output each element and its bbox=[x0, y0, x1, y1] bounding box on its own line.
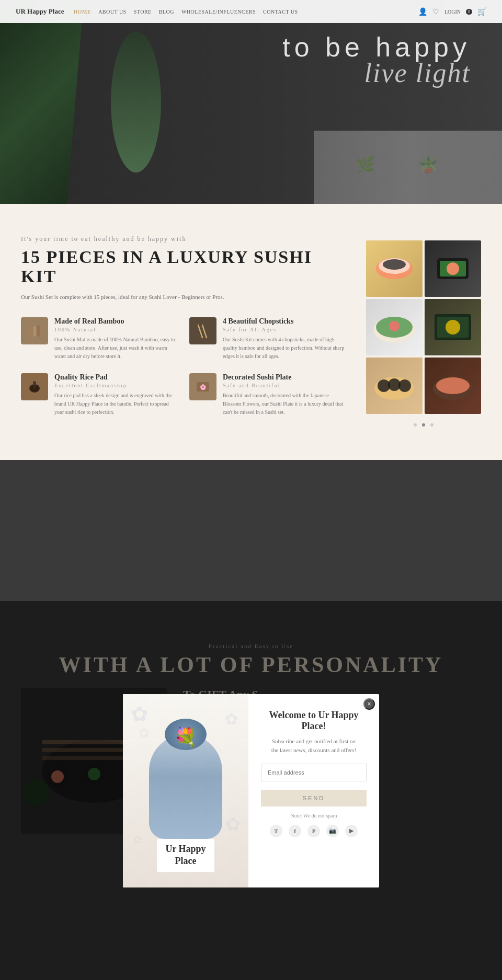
feature-rice-pad-badge: Excellent Craftmanship bbox=[54, 383, 177, 388]
feature-bamboo-icon bbox=[21, 317, 48, 344]
hero-bottom-images: 🌿 🪴 bbox=[314, 131, 502, 204]
svg-point-24 bbox=[446, 320, 460, 335]
dot-3[interactable] bbox=[430, 423, 433, 426]
login-button[interactable]: LOGIN bbox=[444, 9, 461, 15]
modal-person-image: 💐 bbox=[149, 734, 222, 839]
feature-bamboo: Made of Real Bamboo 100% Natural Our Sus… bbox=[21, 317, 177, 361]
twitter-icon[interactable]: T bbox=[270, 825, 282, 837]
newsletter-modal: × ✿ ✿ ✿ ✿ ✿ 💐 Ur Happy Place Welcome to … bbox=[123, 694, 379, 887]
svg-text:🌸: 🌸 bbox=[200, 384, 207, 390]
email-input[interactable] bbox=[261, 764, 367, 781]
sushi-kit-section: It's your time to eat healthy and be hap… bbox=[0, 204, 502, 460]
svg-rect-0 bbox=[314, 131, 502, 204]
svg-point-18 bbox=[447, 262, 459, 275]
nav-links: HOME ABOUT US STORE BLOG WHOLESALE/INFLU… bbox=[73, 9, 418, 15]
svg-point-21 bbox=[389, 321, 400, 331]
nav-link-contact[interactable]: CONTACT US bbox=[263, 9, 298, 15]
svg-text:🌿: 🌿 bbox=[356, 155, 375, 174]
nav-icons: 👤 ♡ LOGIN 0 🛒 bbox=[418, 7, 486, 16]
hero-section: to be happy live light 🌿 🪴 bbox=[0, 0, 502, 204]
dark-section bbox=[0, 460, 502, 617]
hero-text-block: to be happy live light bbox=[282, 31, 471, 88]
modal-brand-line2: Place bbox=[165, 855, 206, 867]
feature-rice-pad-desc: Our rice pad has a sleek design and is e… bbox=[54, 391, 177, 417]
sushi-image-2 bbox=[425, 240, 481, 297]
modal-brand-box: Ur Happy Place bbox=[157, 839, 214, 872]
modal-social-icons: T f P 📷 ▶ bbox=[261, 825, 367, 837]
modal-right-panel: Welcome to Ur Happy Place! Subscribe and… bbox=[248, 694, 379, 887]
sushi-image-1 bbox=[366, 240, 423, 297]
send-button[interactable]: SEND bbox=[261, 790, 367, 806]
wishlist-icon[interactable]: ♡ bbox=[432, 7, 439, 16]
feature-bamboo-desc: Our Sushi Mat is made of 100% Natural Ba… bbox=[54, 336, 177, 361]
sushi-image-4 bbox=[425, 299, 481, 355]
feature-rice-pad: Quality Rice Pad Excellent Craftmanship … bbox=[21, 373, 177, 417]
modal-title: Welcome to Ur Happy Place! bbox=[261, 710, 367, 732]
dot-2[interactable] bbox=[422, 423, 425, 426]
cart-badge[interactable]: 0 bbox=[466, 9, 472, 15]
nav-link-home[interactable]: HOME bbox=[73, 9, 91, 15]
feature-sushi-plate-desc: Beautiful and smooth, decorated with the… bbox=[223, 391, 345, 417]
feature-chopsticks-icon bbox=[189, 317, 216, 344]
nav-link-wholesale[interactable]: WHOLESALE/INFLUENCERS bbox=[181, 9, 256, 15]
svg-point-30 bbox=[436, 377, 470, 394]
feature-sushi-plate-title: Decorated Sushi Plate bbox=[223, 373, 345, 382]
sushi-kit-title: 15 PIECES IN A LUXURY SUSHI KIT bbox=[21, 247, 345, 286]
dot-1[interactable] bbox=[414, 423, 417, 426]
svg-rect-4 bbox=[33, 326, 36, 337]
svg-line-7 bbox=[202, 325, 207, 338]
sushi-image-5 bbox=[366, 358, 423, 414]
sushi-kit-images bbox=[366, 240, 481, 429]
sushi-image-6 bbox=[425, 358, 481, 414]
feature-chopsticks-title: 4 Beautiful Chopsticks bbox=[223, 317, 345, 326]
pinterest-icon[interactable]: P bbox=[307, 825, 320, 837]
features-grid: Made of Real Bamboo 100% Natural Our Sus… bbox=[21, 317, 345, 417]
svg-rect-3 bbox=[29, 324, 32, 338]
feature-bamboo-title: Made of Real Bamboo bbox=[54, 317, 177, 326]
modal-overlay: × ✿ ✿ ✿ ✿ ✿ 💐 Ur Happy Place Welcome to … bbox=[0, 601, 502, 980]
flower-head-icon: 💐 bbox=[174, 727, 198, 748]
feature-bamboo-text: Made of Real Bamboo 100% Natural Our Sus… bbox=[54, 317, 177, 361]
nav-link-blog[interactable]: BLOG bbox=[159, 9, 174, 15]
modal-subtitle: Subscribe and get notified at first on t… bbox=[261, 737, 367, 755]
sushi-image-3 bbox=[366, 299, 423, 355]
modal-note: Note: We do not spam bbox=[261, 813, 367, 818]
modal-brand-line1: Ur Happy bbox=[165, 843, 206, 855]
feature-sushi-plate-icon: 🌸 bbox=[189, 373, 216, 400]
nav-logo[interactable]: UR Happy Place bbox=[16, 7, 64, 16]
cart-icon[interactable]: 🛒 bbox=[477, 7, 486, 16]
modal-close-button[interactable]: × bbox=[363, 698, 375, 710]
facebook-icon[interactable]: f bbox=[289, 825, 301, 837]
feature-chopsticks-text: 4 Beautiful Chopsticks Safe for All Ages… bbox=[223, 317, 345, 361]
sushi-kit-content: It's your time to eat healthy and be hap… bbox=[21, 235, 345, 429]
feature-sushi-plate: 🌸 Decorated Sushi Plate Safe and Beautif… bbox=[189, 373, 345, 417]
feature-rice-pad-icon bbox=[21, 373, 48, 400]
user-icon[interactable]: 👤 bbox=[418, 7, 427, 16]
svg-rect-5 bbox=[37, 325, 40, 337]
svg-point-10 bbox=[30, 385, 39, 391]
nav-link-store[interactable]: STORE bbox=[134, 9, 152, 15]
sushi-kit-description: Our Sushi Set is complete with 15 pieces… bbox=[21, 293, 345, 302]
navbar: UR Happy Place HOME ABOUT US STORE BLOG … bbox=[0, 0, 502, 23]
svg-point-28 bbox=[398, 379, 411, 392]
feature-sushi-plate-badge: Safe and Beautiful bbox=[223, 383, 345, 388]
nav-link-about[interactable]: ABOUT US bbox=[98, 9, 127, 15]
feature-rice-pad-text: Quality Rice Pad Excellent Craftmanship … bbox=[54, 373, 177, 417]
feature-chopsticks-desc: Our Sushi Kit comes with 4 chopsticks, m… bbox=[223, 336, 345, 361]
svg-point-15 bbox=[383, 259, 406, 270]
carousel-dots bbox=[366, 419, 481, 429]
feature-bamboo-badge: 100% Natural bbox=[54, 327, 177, 332]
feature-rice-pad-title: Quality Rice Pad bbox=[54, 373, 177, 382]
feature-chopsticks: 4 Beautiful Chopsticks Safe for All Ages… bbox=[189, 317, 345, 361]
modal-left-panel: ✿ ✿ ✿ ✿ ✿ 💐 Ur Happy Place bbox=[123, 694, 248, 887]
feature-chopsticks-badge: Safe for All Ages bbox=[223, 327, 345, 332]
svg-line-6 bbox=[198, 325, 202, 338]
instagram-icon[interactable]: 📷 bbox=[326, 825, 339, 837]
sushi-kit-subtitle: It's your time to eat healthy and be hap… bbox=[21, 235, 345, 243]
youtube-icon[interactable]: ▶ bbox=[345, 825, 358, 837]
feature-sushi-plate-text: Decorated Sushi Plate Safe and Beautiful… bbox=[223, 373, 345, 417]
svg-text:🪴: 🪴 bbox=[418, 155, 438, 174]
